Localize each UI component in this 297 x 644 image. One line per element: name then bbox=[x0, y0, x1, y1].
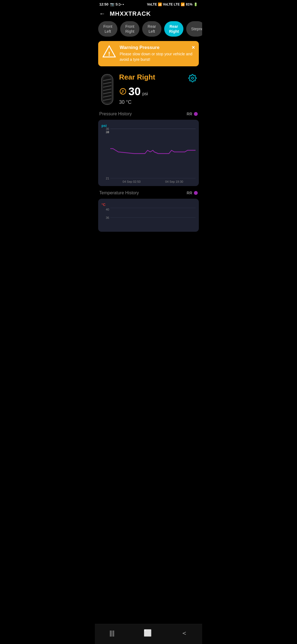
chart-x-labels: 04 Sep 02:50 04 Sep 19:30 bbox=[101, 180, 196, 183]
tire-pressure-row: 30 psi bbox=[119, 85, 198, 98]
warning-triangle-icon: ! bbox=[103, 45, 116, 58]
pressure-chart-area: 36 33 30 27 24 21 bbox=[101, 129, 196, 178]
tire-info: Rear Right 30 psi 30 °C bbox=[119, 73, 198, 105]
status-bar: 12:50 📷 S ▷ • VoLTE 📶 VoLTE LTE 📶 81% 🔋 bbox=[95, 0, 202, 7]
tire-name: Rear Right bbox=[119, 73, 155, 81]
tab-front-left[interactable]: FrontLeft bbox=[98, 21, 117, 37]
pressure-y-label: psi bbox=[101, 124, 196, 128]
legend-label: RR bbox=[187, 112, 192, 116]
temp-chart-area: 40 36 bbox=[101, 208, 196, 227]
battery-level: 81% bbox=[186, 2, 193, 6]
pressure-legend: RR bbox=[187, 112, 198, 116]
pressure-history-section: Pressure History RR psi 36 33 30 27 24 2… bbox=[95, 111, 202, 190]
temp-grid-36: 36 bbox=[101, 216, 109, 219]
tabs-container: FrontLeft FrontRight RearLeft RearRight … bbox=[95, 21, 202, 41]
svg-point-11 bbox=[191, 77, 194, 79]
temperature-history-label: Temperature History bbox=[99, 190, 139, 195]
pressure-history-label: Pressure History bbox=[99, 111, 132, 116]
warning-title: Warning Pressure bbox=[120, 45, 194, 50]
warning-text-block: Warning Pressure Please slow down or sto… bbox=[120, 45, 194, 62]
temp-y-label: °C bbox=[101, 203, 196, 207]
temp-legend-dot bbox=[194, 191, 198, 195]
app-title: MHXXTRACK bbox=[110, 10, 151, 17]
grid-label-36: 36 bbox=[101, 127, 109, 130]
temp-chart-header: Temperature History RR bbox=[98, 190, 199, 195]
x-label-1: 04 Sep 02:50 bbox=[123, 180, 141, 183]
battery-icon: 🔋 bbox=[194, 2, 198, 6]
tab-rear-left[interactable]: RearLeft bbox=[142, 21, 161, 37]
svg-text:!: ! bbox=[108, 50, 110, 57]
pressure-unit: psi bbox=[142, 91, 148, 96]
tab-rear-right[interactable]: RearRight bbox=[164, 21, 183, 37]
warning-banner: ! Warning Pressure Please slow down or s… bbox=[98, 41, 199, 66]
header: ← MHXXTRACK bbox=[95, 7, 202, 21]
grid-label-21: 21 bbox=[101, 177, 109, 180]
time-display: 12:50 bbox=[99, 2, 108, 6]
temp-grid-40: 40 bbox=[101, 208, 109, 211]
warning-close-button[interactable]: × bbox=[192, 44, 195, 51]
tab-front-right[interactable]: FrontRight bbox=[120, 21, 139, 37]
pressure-chart-svg bbox=[110, 129, 196, 178]
tire-section: Rear Right 30 psi 30 °C bbox=[95, 71, 202, 111]
status-left: 12:50 📷 S ▷ • bbox=[99, 2, 124, 6]
tire-graphic bbox=[99, 73, 115, 107]
pressure-chart-card: psi 36 33 30 27 24 21 bbox=[98, 120, 199, 186]
temp-legend: RR bbox=[187, 191, 198, 195]
back-button[interactable]: ← bbox=[99, 10, 105, 17]
chart-header: Pressure History RR bbox=[98, 111, 199, 116]
warning-description: Please slow down or stop your vehicle an… bbox=[120, 51, 194, 62]
temp-legend-label: RR bbox=[187, 191, 192, 195]
tire-temperature: 30 °C bbox=[119, 99, 198, 105]
status-icons: 📷 S ▷ • bbox=[110, 2, 124, 6]
network-label: VoLTE 📶 VoLTE LTE 📶 bbox=[147, 2, 185, 6]
tab-stepney[interactable]: Stepney bbox=[186, 21, 202, 37]
legend-dot-rr bbox=[194, 112, 198, 116]
x-label-2: 04 Sep 19:30 bbox=[165, 180, 183, 183]
status-right: VoLTE 📶 VoLTE LTE 📶 81% 🔋 bbox=[147, 2, 198, 6]
pressure-value: 30 bbox=[128, 85, 141, 98]
temperature-chart-card: °C 40 36 bbox=[98, 199, 199, 232]
tire-settings-button[interactable] bbox=[187, 73, 198, 85]
grid-label-24: 24 bbox=[101, 130, 109, 134]
temperature-history-section: Temperature History RR °C 40 36 bbox=[95, 190, 202, 236]
pressure-icon bbox=[119, 88, 127, 97]
